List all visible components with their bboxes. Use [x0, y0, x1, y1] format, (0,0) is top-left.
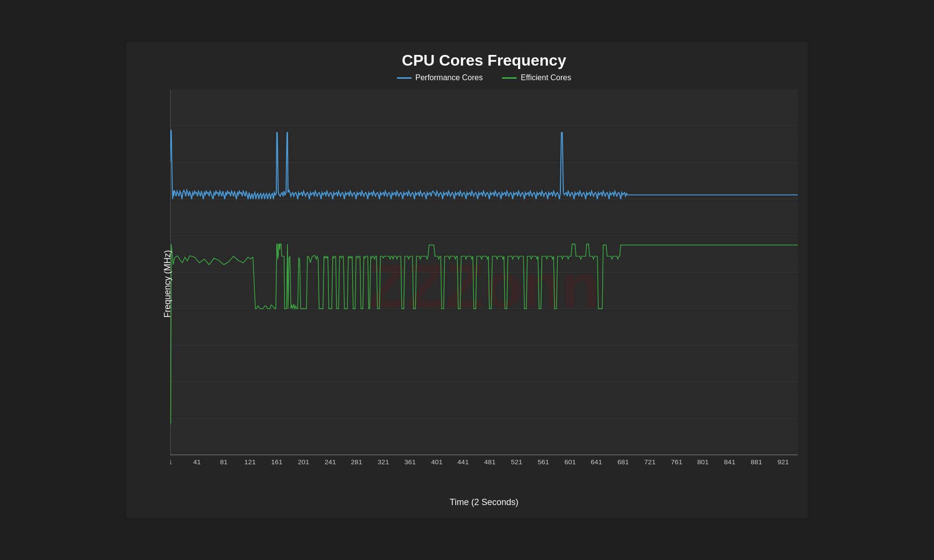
x-axis-label: Time (2 Seconds) — [449, 497, 518, 508]
legend-efficient: Efficient Cores — [502, 73, 571, 82]
chart-title: CPU Cores Frequency — [170, 52, 798, 70]
svg-text:601: 601 — [564, 458, 575, 466]
performance-label: Performance Cores — [415, 73, 483, 82]
svg-text:881: 881 — [751, 458, 762, 466]
svg-text:921: 921 — [777, 458, 789, 466]
svg-text:761: 761 — [671, 458, 682, 466]
y-axis-label: Frequency (MHz) — [162, 250, 173, 317]
svg-text:681: 681 — [617, 458, 629, 466]
svg-text:441: 441 — [457, 458, 468, 466]
svg-text:281: 281 — [351, 458, 362, 466]
svg-text:241: 241 — [324, 458, 336, 466]
svg-text:641: 641 — [591, 458, 602, 466]
svg-text:161: 161 — [271, 458, 282, 466]
chart-area: Frequency (MHz) Time (2 Seconds) — [170, 89, 798, 478]
svg-text:841: 841 — [724, 458, 735, 466]
svg-text:801: 801 — [697, 458, 708, 466]
svg-text:561: 561 — [538, 458, 549, 466]
svg-text:201: 201 — [298, 458, 309, 466]
chart-legend: Performance Cores Efficient Cores — [170, 73, 798, 82]
svg-text:1: 1 — [170, 458, 172, 466]
svg-text:721: 721 — [644, 458, 655, 466]
chart-svg: 5000 4500 4000 3500 3000 2500 2000 1500 … — [170, 89, 798, 478]
svg-text:81: 81 — [220, 458, 228, 466]
svg-text:481: 481 — [484, 458, 495, 466]
svg-text:361: 361 — [404, 458, 415, 466]
efficient-line-icon — [502, 77, 517, 79]
performance-line-icon — [397, 77, 412, 79]
svg-text:41: 41 — [193, 458, 201, 466]
svg-text:121: 121 — [244, 458, 255, 466]
svg-text:401: 401 — [431, 458, 442, 466]
svg-text:ZZZonn: ZZZonn — [368, 252, 600, 320]
legend-performance: Performance Cores — [397, 73, 483, 82]
svg-text:521: 521 — [511, 458, 522, 466]
chart-container: CPU Cores Frequency Performance Cores Ef… — [126, 42, 808, 518]
efficient-label: Efficient Cores — [521, 73, 571, 82]
svg-text:321: 321 — [377, 458, 389, 466]
